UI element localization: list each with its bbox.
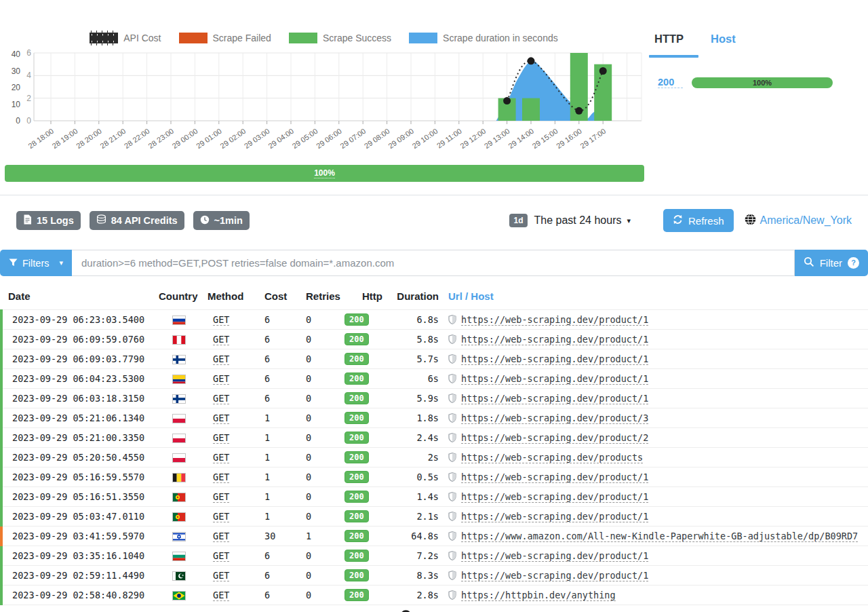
svg-text:29 00:00: 29 00:00 [171, 127, 199, 150]
svg-text:4: 4 [26, 71, 31, 80]
cell-http: 200 [344, 467, 391, 487]
cell-retries: 0 [306, 487, 344, 507]
timezone-link[interactable]: America/New_York [745, 214, 852, 228]
cell-retries: 0 [306, 546, 344, 566]
method-label[interactable]: GET [213, 491, 229, 503]
col-header-date: Date [1, 285, 159, 310]
url-link[interactable]: https://web-scraping.dev/product/1 [461, 393, 648, 404]
url-link[interactable]: https://web-scraping.dev/product/3 [461, 413, 648, 424]
clock-icon [200, 215, 210, 227]
url-link[interactable]: https://www.amazon.com/All-new-Kindle-Pa… [461, 531, 858, 542]
cell-http: 200 [344, 487, 391, 507]
table-row[interactable]: 2023-09-29 05:03:47.0110GET102002.1shttp… [1, 507, 868, 527]
svg-text:29 08:00: 29 08:00 [363, 127, 391, 150]
overall-success-label[interactable]: 100% [314, 168, 335, 178]
cell-method: GET [208, 467, 264, 487]
cell-cost: 1 [264, 408, 306, 428]
cell-country [159, 527, 208, 546]
shield-icon [448, 472, 461, 482]
table-row[interactable]: 2023-09-29 06:23:03.5400GET602006.8shttp… [1, 310, 868, 330]
table-row[interactable]: 2023-09-29 05:21:00.3350GET102002.4shttp… [1, 428, 868, 448]
overall-success-bar: 100% [5, 165, 644, 182]
country-flag-icon [172, 453, 186, 463]
cell-country [159, 408, 208, 428]
shield-icon [448, 334, 461, 345]
help-icon[interactable]: ? [848, 257, 859, 269]
table-row[interactable]: 2023-09-29 02:59:11.4490GET602008.3shttp… [1, 566, 868, 586]
method-label[interactable]: GET [213, 334, 229, 345]
globe-icon [745, 214, 756, 228]
table-row[interactable]: 2023-09-29 03:35:16.1040GET602007.2shttp… [1, 546, 868, 566]
method-label[interactable]: GET [213, 472, 229, 483]
tab-http[interactable]: HTTP [649, 33, 698, 45]
url-link[interactable]: https://web-scraping.dev/product/1 [461, 491, 648, 503]
cell-country [159, 448, 208, 467]
cell-duration: 6.8s [391, 310, 446, 330]
filters-dropdown-button[interactable]: Filters ▾ [0, 250, 72, 276]
method-label[interactable]: GET [213, 570, 229, 581]
url-link[interactable]: https://httpbin.dev/anything [461, 590, 616, 601]
method-label[interactable]: GET [213, 373, 229, 385]
url-link[interactable]: https://web-scraping.dev/product/2 [461, 432, 648, 444]
url-link[interactable]: https://web-scraping.dev/product/1 [461, 570, 648, 581]
method-label[interactable]: GET [213, 590, 229, 601]
cell-cost: 6 [264, 389, 306, 408]
url-link[interactable]: https://web-scraping.dev/product/1 [461, 314, 648, 326]
avg-time-badge: ~1min [193, 211, 250, 230]
table-row[interactable]: 2023-09-29 05:20:50.4550GET102002shttps:… [1, 448, 868, 467]
url-link[interactable]: https://web-scraping.dev/product/1 [461, 373, 648, 385]
http-code-link[interactable]: 200 [658, 77, 683, 88]
country-flag-icon [172, 473, 186, 482]
method-label[interactable]: GET [213, 353, 229, 365]
filter-query-input[interactable] [72, 250, 795, 276]
method-label[interactable]: GET [213, 452, 229, 463]
shield-icon [448, 353, 461, 364]
table-row[interactable]: 2023-09-29 06:04:23.5300GET602006shttps:… [1, 369, 868, 389]
table-row[interactable]: 2023-09-29 05:21:06.1340GET102001.8shttp… [1, 408, 868, 428]
method-label[interactable]: GET [213, 393, 229, 404]
cell-date: 2023-09-29 03:41:59.5970 [1, 527, 159, 546]
shield-icon [448, 491, 461, 502]
url-link[interactable]: https://web-scraping.dev/product/1 [461, 511, 648, 522]
search-icon [804, 256, 814, 269]
filter-button-label: Filter [820, 257, 842, 269]
table-row[interactable]: 2023-09-29 06:09:59.0760GET602005.8shttp… [1, 330, 868, 349]
col-header-url-host[interactable]: Url / Host [446, 285, 868, 310]
method-label[interactable]: GET [213, 432, 229, 444]
table-row[interactable]: 2023-09-29 05:16:51.3550GET102001.4shttp… [1, 487, 868, 507]
method-label[interactable]: GET [213, 314, 229, 326]
cell-duration: 7.2s [391, 546, 446, 566]
table-row[interactable]: 2023-09-29 06:03:18.3150GET602005.9shttp… [1, 389, 868, 408]
http-status-badge: 200 [344, 510, 369, 522]
cell-method: GET [208, 408, 264, 428]
cell-date: 2023-09-29 03:35:16.1040 [1, 546, 159, 566]
filter-submit-button[interactable]: Filter ? [795, 250, 868, 276]
cell-http: 200 [344, 389, 391, 408]
table-row[interactable]: 2023-09-29 05:16:59.5570GET102000.5shttp… [1, 467, 868, 487]
table-row[interactable]: 2023-09-29 03:41:59.5970GET30120064.8sht… [1, 527, 868, 546]
tab-host[interactable]: Host [711, 33, 736, 45]
refresh-button[interactable]: Refresh [663, 209, 734, 232]
url-link[interactable]: https://web-scraping.dev/products [461, 452, 643, 463]
method-label[interactable]: GET [213, 550, 229, 562]
cell-method: GET [208, 507, 264, 527]
table-row[interactable]: 2023-09-29 02:58:40.8290GET602002.8shttp… [1, 586, 868, 605]
svg-text:0: 0 [26, 116, 31, 126]
method-label[interactable]: GET [213, 511, 229, 522]
http-host-panel: HTTP Host 200 100% [649, 33, 868, 88]
method-label[interactable]: GET [213, 413, 229, 424]
table-row[interactable]: 2023-09-29 06:09:03.7790GET602005.7shttp… [1, 349, 868, 369]
time-range-dropdown[interactable]: 1d The past 24 hours ▾ [509, 214, 631, 227]
chevron-down-icon: ▾ [627, 216, 631, 225]
cell-method: GET [208, 487, 264, 507]
url-link[interactable]: https://web-scraping.dev/product/1 [461, 334, 648, 345]
url-link[interactable]: https://web-scraping.dev/product/1 [461, 472, 648, 483]
url-link[interactable]: https://web-scraping.dev/product/1 [461, 353, 648, 365]
cell-date: 2023-09-29 05:21:06.1340 [1, 408, 159, 428]
cell-country [159, 566, 208, 586]
cell-duration: 1.4s [391, 487, 446, 507]
stats-row: 15 Logs 84 API Credits ~1min 1d The past… [16, 209, 852, 232]
cell-date: 2023-09-29 06:23:03.5400 [1, 310, 159, 330]
method-label[interactable]: GET [213, 531, 229, 542]
url-link[interactable]: https://web-scraping.dev/product/1 [461, 550, 648, 562]
